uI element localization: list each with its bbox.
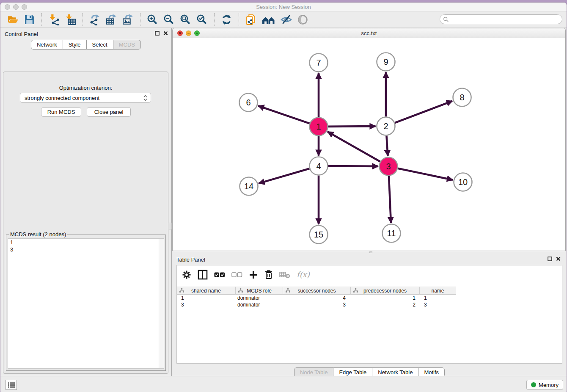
- hide-selected-icon[interactable]: [281, 14, 292, 25]
- close-panel-icon[interactable]: [163, 31, 168, 36]
- column-layout-icon[interactable]: [198, 270, 208, 280]
- close-panel-button[interactable]: Close panel: [87, 107, 131, 117]
- main-toolbar: [0, 11, 567, 28]
- column-type-icon: [179, 288, 184, 293]
- mcds-result-group: MCDS result (2 nodes) 13: [6, 235, 166, 371]
- graph-node-7[interactable]: 7: [310, 54, 328, 72]
- graph-node-3[interactable]: 3: [380, 157, 398, 176]
- table-row[interactable]: 3dominator323: [177, 301, 562, 308]
- zoom-in-icon[interactable]: [147, 14, 158, 25]
- search-input[interactable]: [440, 14, 562, 24]
- graph-edge-3-11[interactable]: [389, 176, 391, 223]
- zoom-fit-icon[interactable]: [180, 14, 191, 25]
- network-view-window: ✕ – + scc.txt 7968124314101511: [172, 28, 566, 251]
- mcds-panel: Optimization criterion: strongly connect…: [3, 72, 168, 374]
- splitter-grip[interactable]: [369, 251, 372, 253]
- first-neighbors-icon[interactable]: [262, 14, 275, 25]
- show-all-icon[interactable]: [297, 14, 308, 25]
- zoom-out-icon[interactable]: [163, 14, 175, 25]
- graph-edge-4-3[interactable]: [328, 166, 378, 166]
- graph-edge-3-10[interactable]: [398, 168, 453, 180]
- graph-node-1[interactable]: 1: [310, 118, 328, 136]
- svg-text:1: 1: [316, 122, 321, 131]
- graph-edge-3-1[interactable]: [328, 132, 380, 162]
- graph-node-6[interactable]: 6: [239, 94, 258, 112]
- splitter-grip[interactable]: [169, 223, 172, 229]
- mcds-result-list[interactable]: 13: [8, 238, 164, 369]
- select-all-icon[interactable]: [214, 272, 225, 278]
- svg-text:4: 4: [316, 161, 321, 171]
- import-table-icon[interactable]: [65, 14, 76, 25]
- graph-edge-1-2[interactable]: [328, 126, 375, 127]
- graph-node-10[interactable]: 10: [454, 173, 472, 191]
- svg-text:7: 7: [316, 58, 321, 67]
- refresh-layout-icon[interactable]: [221, 14, 232, 25]
- table-cell: 1: [351, 295, 420, 301]
- optimization-criterion-select[interactable]: strongly connected component: [20, 93, 151, 103]
- graph-node-9[interactable]: 9: [377, 53, 395, 71]
- new-network-from-selection-icon[interactable]: [245, 14, 257, 25]
- network-window-titlebar[interactable]: ✕ – + scc.txt: [173, 28, 565, 38]
- table-row[interactable]: 1dominator411: [177, 295, 562, 301]
- memory-button[interactable]: Memory: [526, 380, 563, 390]
- svg-text:10: 10: [458, 177, 468, 187]
- scrollbar[interactable]: [159, 239, 164, 368]
- svg-text:2: 2: [383, 121, 388, 131]
- graph-edge-2-8[interactable]: [395, 101, 452, 123]
- column-header-MCDS-role[interactable]: MCDS role: [236, 287, 283, 295]
- float-panel-icon[interactable]: [548, 257, 552, 261]
- open-session-icon[interactable]: [7, 14, 19, 25]
- graph-edge-2-3[interactable]: [386, 135, 388, 156]
- table-cell: dominator: [236, 295, 283, 301]
- svg-text:8: 8: [460, 93, 464, 102]
- application-window: Session: New Session: [0, 2, 567, 392]
- delete-icon[interactable]: [264, 270, 273, 279]
- zoom-selected-icon[interactable]: [196, 14, 208, 25]
- graph-node-4[interactable]: 4: [310, 157, 328, 175]
- column-header-successor-nodes[interactable]: successor nodes: [283, 287, 351, 295]
- export-network-icon[interactable]: [89, 14, 101, 25]
- network-graph[interactable]: 7968124314101511: [173, 38, 566, 251]
- delete-table-icon[interactable]: [279, 271, 290, 279]
- tab-network[interactable]: Network: [31, 40, 63, 50]
- network-canvas[interactable]: 7968124314101511: [173, 38, 565, 251]
- task-history-button[interactable]: [6, 380, 17, 390]
- save-session-icon[interactable]: [24, 14, 35, 25]
- window-title: Session: New Session: [0, 4, 567, 10]
- function-builder-icon[interactable]: f(x): [297, 270, 310, 279]
- close-panel-icon[interactable]: [556, 257, 561, 261]
- export-table-icon[interactable]: [106, 14, 117, 25]
- table-cell: 1: [420, 295, 456, 301]
- column-header-predecessor-nodes[interactable]: predecessor nodes: [351, 287, 420, 295]
- graph-node-15[interactable]: 15: [310, 226, 328, 244]
- toolbar-separator: [83, 13, 83, 26]
- column-header-name[interactable]: name: [420, 287, 456, 295]
- column-header-shared-name[interactable]: shared name: [177, 287, 236, 295]
- search-icon: [443, 17, 449, 22]
- export-image-icon[interactable]: [122, 14, 134, 25]
- tab-select[interactable]: Select: [87, 40, 113, 50]
- table-panel-title: Table Panel: [176, 257, 205, 263]
- add-column-icon[interactable]: [249, 270, 258, 279]
- toolbar-separator: [239, 13, 239, 26]
- import-network-icon[interactable]: [48, 14, 60, 25]
- float-panel-icon[interactable]: [155, 31, 160, 36]
- graph-node-8[interactable]: 8: [453, 88, 471, 107]
- run-mcds-button[interactable]: Run MCDS: [41, 107, 81, 117]
- svg-text:11: 11: [387, 229, 396, 238]
- graph-node-14[interactable]: 14: [240, 177, 258, 196]
- toolbar-separator: [140, 13, 140, 26]
- graph-node-11[interactable]: 11: [383, 224, 401, 243]
- gear-icon[interactable]: [182, 270, 191, 279]
- control-panel: Control Panel NetworkStyleSelectMCDS Opt…: [0, 28, 172, 376]
- status-bar: Memory: [0, 376, 567, 392]
- table-toolbar: f(x): [177, 265, 562, 284]
- tab-mcds[interactable]: MCDS: [113, 40, 141, 50]
- column-type-icon: [238, 288, 243, 293]
- tab-style[interactable]: Style: [63, 40, 87, 50]
- graph-edge-1-6[interactable]: [258, 106, 310, 124]
- graph-node-2[interactable]: 2: [377, 117, 395, 135]
- graph-edge-4-14[interactable]: [259, 168, 310, 183]
- table-cell: 2: [351, 301, 420, 308]
- deselect-all-icon[interactable]: [231, 272, 242, 278]
